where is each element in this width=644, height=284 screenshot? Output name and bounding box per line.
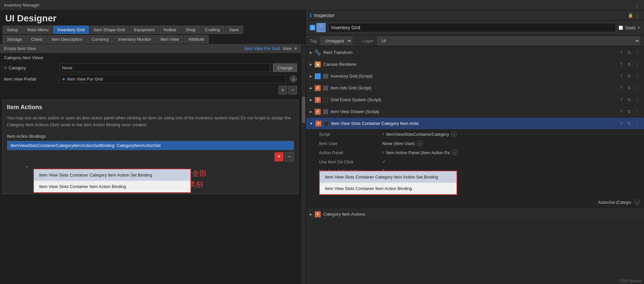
more-icon-rect[interactable]: ⋮ [634, 50, 640, 56]
field-item-user: Item User None (Item User) ◎ [319, 139, 640, 148]
prefab-target-button[interactable]: ◎ [290, 75, 297, 83]
add-binding-button[interactable]: + [274, 152, 284, 161]
help-icon-iig[interactable]: ? [618, 85, 624, 91]
lock-icon[interactable]: 🔒 [628, 13, 633, 18]
inventory-grid-icon [315, 73, 321, 79]
tab-item-description[interactable]: Item Description [47, 35, 87, 43]
tab-item-view[interactable]: Item View [156, 35, 184, 43]
tab-chest[interactable]: Chest [27, 35, 47, 43]
help-icon-rect[interactable]: ? [618, 50, 624, 56]
settings-icon-ges[interactable]: ⇅ [626, 97, 632, 103]
component-grid-event[interactable]: ▶ # Grid Event System (Script) ? ⇅ ⋮ [306, 94, 644, 106]
settings-icon-iig[interactable]: ⇅ [626, 85, 632, 91]
component-icons-ges: ? ⇅ ⋮ [618, 97, 640, 103]
static-area: Static ▾ [619, 25, 640, 30]
layer-select[interactable]: UI [378, 37, 640, 45]
use-item-click-check: ✓ [382, 159, 386, 164]
add-category-button[interactable]: + [279, 86, 287, 94]
checkbox-ges[interactable] [323, 98, 328, 102]
tab-hotbar[interactable]: Hotbar [160, 26, 181, 34]
title-bar-menu[interactable]: ⋮ [634, 2, 640, 9]
more-icon-inv[interactable]: ⋮ [634, 73, 640, 79]
tab-inventory-grid[interactable]: Inventory Grid [53, 26, 89, 34]
scrollbar-track[interactable] [301, 44, 306, 284]
action-binding-item-2[interactable]: Item View Slots Container Item Action Bi… [320, 183, 457, 194]
tab-row-1: Setup Main Menu Inventory Grid Item Shap… [0, 25, 306, 35]
field-value-item-user: None (Item User) ◎ [382, 140, 640, 146]
component-inventory-grid[interactable]: ▶ ✓ Inventory Grid (Script) ? ⇅ ⋮ [306, 70, 644, 82]
scroll-wrapper: Empty Item View Item View For Grid View … [0, 44, 306, 284]
checkbox-ivsc[interactable] [324, 121, 329, 126]
plus-minus-row: + − [0, 84, 301, 96]
script-target[interactable]: ◎ [451, 131, 457, 137]
tab-inventory-monitor[interactable]: Inventory Monitor [114, 35, 155, 43]
settings-icon-ivd[interactable]: ⇅ [626, 109, 632, 115]
component-rect-transform[interactable]: ▶ Rect Transform ? ⇅ ⋮ [306, 47, 644, 59]
settings-icon-ivsc[interactable]: ⇅ [626, 121, 632, 127]
settings-icon-canvas[interactable]: ⇅ [626, 61, 632, 67]
section-header-center: Item View For Grid [244, 46, 280, 51]
component-ivsc[interactable]: ▼ # Item View Slots Container Category I… [306, 118, 644, 130]
component-icons-ivsc: ? ⇅ ⋮ [618, 121, 640, 127]
title-bar: Inventory Manager ⋮ [0, 0, 644, 11]
settings-icon-rect[interactable]: ⇅ [626, 50, 632, 56]
more-icon-ivd[interactable]: ⋮ [634, 109, 640, 115]
help-icon-ivd[interactable]: ? [618, 109, 624, 115]
action-binding-item-1[interactable]: Item View Slots Container Category Item … [320, 171, 457, 183]
menu-icon[interactable]: ⋮ [636, 13, 640, 18]
tab-storage[interactable]: Storage [3, 35, 26, 43]
section-header: Empty Item View Item View For Grid View … [0, 44, 301, 53]
more-icon-ivsc[interactable]: ⋮ [634, 121, 640, 127]
component-canvas-renderer[interactable]: ▶ ◉ Canvas Renderer ? ⇅ ⋮ [306, 59, 644, 70]
tab-setup[interactable]: Setup [3, 26, 22, 34]
tab-shop[interactable]: Shop [182, 26, 200, 34]
expand-arrow-inv: ▶ [310, 75, 312, 78]
inspector-header: ℹ Inspector 🔒 ⋮ [306, 11, 644, 20]
tab-currency[interactable]: Currency [87, 35, 113, 43]
tab-attribute[interactable]: Attribute [184, 35, 208, 43]
category-input[interactable] [59, 63, 270, 72]
checkbox-ivd[interactable]: ✓ [323, 109, 328, 114]
tab-main-menu[interactable]: Main Menu [23, 26, 53, 34]
action-panel-target[interactable]: ◎ [452, 150, 458, 155]
help-icon-inv[interactable]: ? [618, 73, 624, 79]
static-checkbox[interactable] [619, 26, 623, 30]
field-label-item-user: Item User [319, 141, 378, 146]
dropdown-item-1[interactable]: Item View Slots Container Category Item … [34, 169, 190, 181]
checkbox-iig[interactable]: ✓ [323, 86, 328, 90]
tab-save[interactable]: Save [225, 26, 243, 34]
remove-binding-button[interactable]: − [285, 152, 294, 161]
scrollbar-thumb[interactable] [302, 97, 305, 123]
help-icon-canvas[interactable]: ? [618, 61, 624, 67]
more-icon-ges[interactable]: ⋮ [634, 97, 640, 103]
component-icons-iig: ? ⇅ ⋮ [618, 85, 640, 91]
checkbox-icon[interactable]: ✓ [310, 25, 315, 30]
tab-equipment[interactable]: Equipment [130, 26, 159, 34]
more-icon-canvas[interactable]: ⋮ [634, 61, 640, 67]
dropdown-item-2[interactable]: Item View Slots Container Item Action Bi… [34, 181, 190, 192]
checkbox-inv-grid[interactable]: ✓ [323, 74, 328, 79]
cia-icon: # [315, 211, 321, 217]
static-dropdown[interactable]: ▾ [638, 25, 640, 30]
change-button[interactable]: Change [273, 63, 297, 72]
section-header-dropdown[interactable]: ▾ [294, 45, 297, 52]
help-icon-ivsc[interactable]: ? [618, 121, 624, 127]
item-user-target[interactable]: ◎ [417, 140, 423, 146]
watermark: CSDN @adogit [619, 279, 641, 283]
settings-icon-inv[interactable]: ⇅ [626, 73, 632, 79]
remove-category-button[interactable]: − [288, 86, 297, 94]
component-name-ivd: Item View Drawer (Script) [331, 109, 616, 114]
action-binding-dropdown: Item View Slots Container Category Item … [319, 171, 457, 195]
object-name-input[interactable] [328, 23, 616, 32]
binding-item-selected[interactable]: ItemViewSlotsContainerCategoryItemAction… [7, 141, 294, 150]
help-icon-ges[interactable]: ? [618, 97, 624, 103]
tag-select[interactable]: Untagged [321, 37, 352, 45]
field-value-use-item-click: ✓ [382, 159, 640, 164]
component-item-info-grid[interactable]: ▶ # ✓ Item Info Grid (Script) ? ⇅ ⋮ [306, 82, 644, 94]
component-category-item-actions[interactable]: ▶ # Category Item Actions [306, 208, 644, 220]
tab-item-shape-grid[interactable]: Item Shape Grid [89, 26, 129, 34]
more-icon-iig[interactable]: ⋮ [634, 85, 640, 91]
tab-crafting[interactable]: Crafting [201, 26, 224, 34]
action-set-target[interactable]: ◎ [634, 200, 640, 205]
component-item-view-drawer[interactable]: ▶ # ✓ Item View Drawer (Script) ? ⇅ ⋮ [306, 106, 644, 118]
